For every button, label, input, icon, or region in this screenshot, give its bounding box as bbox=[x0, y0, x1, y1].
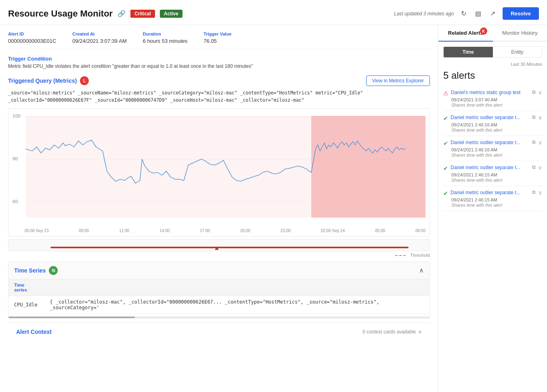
trigger-condition-title: Trigger Condition bbox=[8, 56, 430, 62]
created-at-field: Created At 09/24/2021 3:07:39 AM bbox=[72, 31, 126, 44]
mini-timeline[interactable] bbox=[8, 239, 430, 251]
badge-active: Active bbox=[160, 10, 182, 18]
query-title: Triggered Query (Metrics) L bbox=[8, 76, 89, 85]
mini-timeline-bar bbox=[50, 247, 409, 248]
x-label-8: 05:00 bbox=[375, 228, 385, 233]
alert-item-copy-icon[interactable]: ⧉ bbox=[532, 189, 536, 195]
alert-item-chevron-icon[interactable]: ∨ bbox=[538, 89, 542, 96]
query-line-1: _source="milosz-metrics" _sourceName="mi… bbox=[8, 89, 430, 96]
x-label-0: 05:00 Sep 23 bbox=[25, 228, 49, 233]
trigger-value-field: Trigger Value 76.05 bbox=[203, 31, 231, 44]
list-item: ✔ Daniel metric outlier separate t... ⧉ … bbox=[443, 161, 542, 186]
query-text: _source="milosz-metrics" _sourceName="mi… bbox=[8, 89, 430, 104]
threshold-label: Threshold bbox=[8, 253, 430, 258]
header: Resource Usage Monitor 🔗 Critical Active… bbox=[0, 0, 547, 25]
alert-item-shares: Shares time with this alert bbox=[451, 178, 542, 182]
time-entity-toggle: Time Entity bbox=[443, 46, 542, 58]
ts-table-body: CPU_Idle { _collector="milosz-mac", _col… bbox=[8, 296, 430, 314]
alerts-count: 5 alerts bbox=[443, 70, 542, 81]
right-panel-tabs: Related Alerts K Monitor History bbox=[438, 25, 547, 42]
x-label-6: 23:00 bbox=[281, 228, 291, 233]
alert-item-copy-icon[interactable]: ⧉ bbox=[532, 114, 536, 120]
alert-item-chevron-icon[interactable]: ∨ bbox=[538, 189, 542, 196]
alert-item-time: 09/24/2021 2:46:15 AM bbox=[451, 172, 542, 177]
alert-item-header: ⚠ Daniel's metrics static group test ⧉ ∨ bbox=[443, 89, 542, 96]
list-item: ✔ Daniel metric outlier separate t... ⧉ … bbox=[443, 111, 542, 136]
scrollbar-thumb[interactable] bbox=[8, 317, 135, 318]
view-metrics-button[interactable]: View in Metrics Explorer bbox=[366, 75, 430, 86]
alert-context-title: Alert Context bbox=[16, 329, 52, 335]
alert-item-title[interactable]: Daniel metric outlier separate t... bbox=[451, 164, 530, 171]
alert-info: Alert ID 000000000003E01C Created At 09/… bbox=[8, 31, 430, 49]
alert-id-field: Alert ID 000000000003E01C bbox=[8, 31, 56, 44]
toggle-entity-button[interactable]: Entity bbox=[493, 47, 542, 57]
x-label-9: 08:00 bbox=[415, 228, 425, 233]
tab-related-alerts-label: Related Alerts bbox=[448, 30, 483, 36]
left-content: Alert ID 000000000003E01C Created At 09/… bbox=[0, 25, 438, 392]
alert-item-title[interactable]: Daniel metric outlier separate t... bbox=[451, 114, 530, 121]
alert-item-shares: Shares time with this alert bbox=[451, 203, 542, 208]
chart-svg: 100 80 60 bbox=[13, 113, 425, 226]
chart-axis-labels: 05:00 Sep 23 08:00 11:00 14:00 17:00 20:… bbox=[13, 227, 425, 236]
duration-field: Duration 6 hours 53 minutes bbox=[143, 31, 188, 44]
context-count-text: 0 context cards available bbox=[363, 329, 416, 335]
query-line-2: _collectorId="00000000626E67F" _sourceId… bbox=[8, 96, 430, 104]
refresh-button[interactable]: ↻ bbox=[459, 8, 468, 19]
tab-monitor-history[interactable]: Monitor History bbox=[493, 25, 547, 41]
alert-item-copy-icon[interactable]: ⧉ bbox=[532, 139, 536, 145]
alert-id-label: Alert ID bbox=[8, 31, 56, 36]
list-item: ✔ Daniel metric outlier separate t... ⧉ … bbox=[443, 186, 542, 211]
last-updated-text: Last updated 3 minutes ago bbox=[394, 11, 454, 17]
alert-item-header: ✔ Daniel metric outlier separate t... ⧉ … bbox=[443, 189, 542, 197]
alert-item-header: ✔ Daniel metric outlier separate t... ⧉ … bbox=[443, 164, 542, 172]
alert-item-title[interactable]: Daniel's metrics static group test bbox=[451, 89, 530, 96]
svg-rect-7 bbox=[311, 116, 425, 218]
query-badge: L bbox=[80, 76, 89, 85]
alert-item-status-icon: ✔ bbox=[443, 165, 448, 172]
alert-item-time: 09/24/2021 2:46:16 AM bbox=[451, 147, 542, 152]
x-label-7: 02:00 Sep 24 bbox=[321, 228, 345, 233]
tab-related-alerts[interactable]: Related Alerts K bbox=[438, 25, 493, 41]
alert-item-title[interactable]: Daniel metric outlier separate t... bbox=[451, 189, 530, 196]
threshold-line-sample bbox=[395, 255, 407, 256]
x-label-3: 14:00 bbox=[159, 228, 170, 233]
ts-table-header: Time series bbox=[8, 279, 430, 296]
alert-item-chevron-icon[interactable]: ∨ bbox=[538, 139, 542, 146]
list-item: ✔ Daniel metric outlier separate t... ⧉ … bbox=[443, 136, 542, 161]
alert-item-status-icon: ✔ bbox=[443, 190, 448, 197]
time-series-table: Time series CPU_Idle { _collector="milos… bbox=[8, 279, 430, 314]
x-label-1: 08:00 bbox=[79, 228, 89, 233]
ts-row-name: CPU_Idle bbox=[8, 296, 44, 314]
tab-monitor-history-label: Monitor History bbox=[502, 30, 537, 36]
link-icon[interactable]: 🔗 bbox=[117, 10, 126, 17]
time-series-header: Time Series N ∧ bbox=[8, 262, 430, 279]
page: Resource Usage Monitor 🔗 Critical Active… bbox=[0, 0, 547, 392]
alert-item-time: 09/24/2021 2:46:16 AM bbox=[451, 122, 542, 127]
badge-critical: Critical bbox=[130, 10, 155, 18]
duration-label: Duration bbox=[143, 31, 188, 36]
alert-item-status-icon: ✔ bbox=[443, 140, 448, 147]
context-chevron-icon[interactable]: ∨ bbox=[418, 329, 422, 335]
time-series-section: Time Series N ∧ Time series CPU_Id bbox=[8, 262, 430, 319]
resolve-button[interactable]: Resolve bbox=[503, 7, 539, 20]
x-label-4: 17:00 bbox=[200, 228, 210, 233]
created-at-value: 09/24/2021 3:07:39 AM bbox=[72, 38, 126, 44]
alert-item-time: 09/24/2021 2:46:15 AM bbox=[451, 197, 542, 202]
toggle-time-button[interactable]: Time bbox=[444, 47, 493, 57]
alert-item-shares: Shares time with this alert bbox=[451, 153, 542, 157]
time-series-collapse-button[interactable]: ∧ bbox=[419, 266, 424, 274]
bookmark-button[interactable]: ▤ bbox=[474, 8, 483, 19]
alert-item-copy-icon[interactable]: ⧉ bbox=[532, 89, 536, 95]
alert-item-shares: Shares time with this alert bbox=[451, 128, 542, 132]
duration-value: 6 hours 53 minutes bbox=[143, 38, 188, 44]
share-button[interactable]: ↗ bbox=[488, 8, 497, 19]
alert-item-chevron-icon[interactable]: ∨ bbox=[538, 164, 542, 171]
alert-item-copy-icon[interactable]: ⧉ bbox=[532, 164, 536, 170]
k-badge: K bbox=[480, 27, 487, 35]
mini-timeline-triangle bbox=[215, 247, 219, 250]
time-series-badge: N bbox=[49, 266, 58, 275]
query-section: Triggered Query (Metrics) L View in Metr… bbox=[8, 75, 430, 258]
alert-item-chevron-icon[interactable]: ∨ bbox=[538, 114, 542, 121]
alert-list: ⚠ Daniel's metrics static group test ⧉ ∨… bbox=[443, 86, 542, 211]
alert-item-title[interactable]: Daniel metric outlier separate t... bbox=[451, 139, 530, 146]
